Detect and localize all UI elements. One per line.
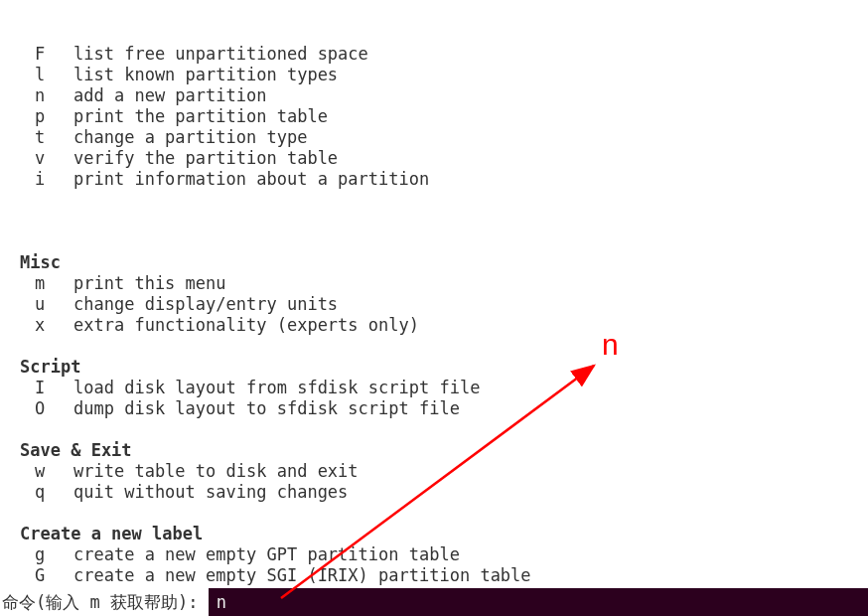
menu-item: wwrite table to disk and exit (20, 461, 868, 482)
section-header: Misc (20, 252, 868, 273)
menu-item: mprint this menu (20, 273, 868, 294)
menu-item-desc: add a new partition (73, 85, 266, 106)
menu-item: qquit without saving changes (20, 482, 868, 503)
command-prompt-label: 命令(输入 m 获取帮助): (0, 592, 209, 613)
menu-item-key: n (30, 85, 50, 106)
command-input-area[interactable] (209, 588, 868, 616)
menu-item-key: t (30, 127, 50, 148)
menu-item-key: v (30, 148, 50, 169)
menu-item-key: I (30, 378, 50, 398)
menu-item-desc: create a new empty SGI (IRIX) partition … (73, 565, 531, 586)
menu-item-desc: load disk layout from sfdisk script file (73, 378, 480, 398)
menu-item-desc: quit without saving changes (73, 482, 348, 503)
menu-item: gcreate a new empty GPT partition table (20, 544, 868, 565)
menu-item-desc: change display/entry units (73, 294, 338, 315)
menu-item-key: q (30, 482, 50, 503)
menu-item-desc: dump disk layout to sfdisk script file (73, 398, 460, 419)
menu-item: Flist free unpartitioned space (20, 44, 868, 65)
command-input[interactable] (217, 592, 868, 612)
menu-item: pprint the partition table (20, 106, 868, 127)
menu-item: iprint information about a partition (20, 169, 868, 190)
menu-item-desc: print information about a partition (73, 169, 429, 190)
menu-item-desc: change a partition type (73, 127, 307, 148)
menu-item: tchange a partition type (20, 127, 868, 148)
menu-item-key: g (30, 544, 50, 565)
menu-item: Odump disk layout to sfdisk script file (20, 398, 868, 419)
menu-item-key: p (30, 106, 50, 127)
command-prompt-bar: 命令(输入 m 获取帮助): (0, 588, 868, 616)
menu-item-key: i (30, 169, 50, 190)
menu-item-key: l (30, 65, 50, 85)
menu-item-key: u (30, 294, 50, 315)
menu-item-desc: create a new empty GPT partition table (73, 544, 460, 565)
menu-item-key: x (30, 315, 50, 336)
menu-item-desc: write table to disk and exit (73, 461, 359, 482)
annotation-letter: n (602, 334, 619, 355)
menu-item: nadd a new partition (20, 85, 868, 106)
menu-item: vverify the partition table (20, 148, 868, 169)
menu-item: uchange display/entry units (20, 294, 868, 315)
menu-item: Iload disk layout from sfdisk script fil… (20, 378, 868, 398)
section-header: Create a new label (20, 524, 868, 544)
menu-item-key: w (30, 461, 50, 482)
menu-item-desc: verify the partition table (73, 148, 338, 169)
menu-item: Gcreate a new empty SGI (IRIX) partition… (20, 565, 868, 586)
terminal-output: Flist free unpartitioned spacellist know… (0, 0, 868, 616)
menu-item-desc: list known partition types (73, 65, 338, 85)
menu-item-key: G (30, 565, 50, 586)
section-header: Save & Exit (20, 440, 868, 461)
section-header: Script (20, 357, 868, 378)
menu-item-desc: list free unpartitioned space (73, 44, 368, 65)
menu-item-desc: extra functionality (experts only) (73, 315, 419, 336)
menu-item: xextra functionality (experts only) (20, 315, 868, 336)
menu-item-desc: print the partition table (73, 106, 328, 127)
menu-item: llist known partition types (20, 65, 868, 85)
menu-item-key: m (30, 273, 50, 294)
menu-item-key: F (30, 44, 50, 65)
menu-item-desc: print this menu (73, 273, 226, 294)
menu-item-key: O (30, 398, 50, 419)
